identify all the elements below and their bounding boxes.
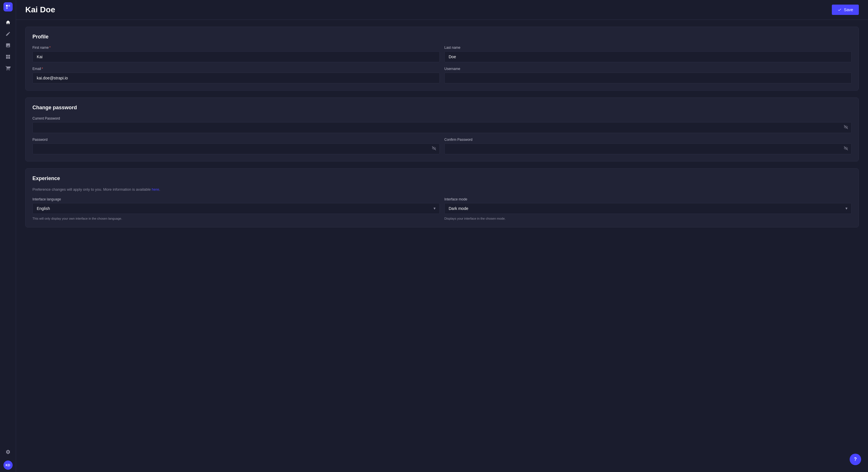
sidebar: KD: [0, 0, 16, 472]
confirm-password-group: Confirm Password: [444, 138, 851, 154]
sidebar-item-builder[interactable]: [3, 52, 13, 62]
experience-card: Experience Preference changes will apply…: [25, 168, 859, 227]
interface-mode-label: Interface mode: [444, 197, 851, 201]
profile-name-row: First name* Last name: [32, 45, 851, 62]
interface-mode-select[interactable]: Dark mode Light mode System: [444, 203, 851, 214]
interface-language-wrapper: English French German Spanish ▼: [32, 203, 440, 214]
profile-email-row: Email* Username: [32, 67, 851, 83]
last-name-label: Last name: [444, 45, 851, 49]
confirm-password-input[interactable]: [444, 143, 851, 154]
confirm-password-toggle-icon[interactable]: [844, 146, 848, 152]
content-area: Profile First name* Last name Email*: [16, 20, 868, 472]
sidebar-item-media[interactable]: [3, 40, 13, 50]
current-password-row: Current Password: [32, 116, 851, 133]
confirm-password-label: Confirm Password: [444, 138, 851, 142]
interface-mode-wrapper: Dark mode Light mode System ▼: [444, 203, 851, 214]
interface-language-select[interactable]: English French German Spanish: [32, 203, 440, 214]
experience-here-link[interactable]: here: [152, 187, 159, 192]
first-name-group: First name*: [32, 45, 440, 62]
username-group: Username: [444, 67, 851, 83]
current-password-toggle-icon[interactable]: [844, 125, 848, 131]
sidebar-item-home[interactable]: [3, 17, 13, 28]
email-required: *: [42, 67, 43, 71]
last-name-group: Last name: [444, 45, 851, 62]
page-title: Kai Doe: [25, 5, 55, 14]
profile-section-title: Profile: [32, 34, 851, 40]
change-password-title: Change password: [32, 105, 851, 111]
sidebar-logo[interactable]: [3, 2, 12, 11]
password-input[interactable]: [32, 143, 440, 154]
current-password-wrapper: [32, 122, 851, 133]
interface-language-label: Interface language: [32, 197, 440, 201]
current-password-label: Current Password: [32, 116, 851, 121]
password-label: Password: [32, 138, 440, 142]
new-passwords-row: Password Confirm Password: [32, 138, 851, 154]
help-button[interactable]: ?: [849, 453, 861, 465]
sidebar-avatar[interactable]: KD: [3, 461, 12, 470]
password-wrapper: [32, 143, 440, 154]
change-password-card: Change password Current Password: [25, 98, 859, 162]
sidebar-item-settings[interactable]: [3, 447, 13, 457]
email-label: Email*: [32, 67, 440, 71]
language-hint: This will only display your own interfac…: [32, 217, 440, 220]
profile-card: Profile First name* Last name Email*: [25, 27, 859, 91]
svg-rect-0: [6, 5, 8, 7]
experience-subtitle: Preference changes will apply only to yo…: [32, 187, 851, 192]
current-password-group: Current Password: [32, 116, 851, 133]
experience-options-row: Interface language English French German…: [32, 197, 851, 220]
first-name-input[interactable]: [32, 51, 440, 62]
svg-rect-2: [6, 7, 8, 9]
confirm-password-wrapper: [444, 143, 851, 154]
username-input[interactable]: [444, 72, 851, 83]
interface-mode-group: Interface mode Dark mode Light mode Syst…: [444, 197, 851, 220]
interface-language-group: Interface language English French German…: [32, 197, 440, 220]
page-header: Kai Doe Save: [16, 0, 868, 20]
email-input[interactable]: [32, 72, 440, 83]
sidebar-item-marketplace[interactable]: [3, 63, 13, 73]
main-content: Kai Doe Save Profile First name* Last na…: [16, 0, 868, 472]
password-toggle-icon[interactable]: [432, 146, 436, 152]
password-group: Password: [32, 138, 440, 154]
last-name-input[interactable]: [444, 51, 851, 62]
save-button[interactable]: Save: [832, 5, 859, 15]
username-label: Username: [444, 67, 851, 71]
svg-rect-1: [8, 5, 10, 7]
first-name-required: *: [50, 45, 51, 49]
check-icon: [838, 8, 842, 12]
current-password-input[interactable]: [32, 122, 851, 133]
first-name-label: First name*: [32, 45, 440, 49]
mode-hint: Displays your interface in the chosen mo…: [444, 217, 851, 220]
sidebar-item-content[interactable]: [3, 29, 13, 39]
experience-title: Experience: [32, 175, 851, 181]
email-group: Email*: [32, 67, 440, 83]
